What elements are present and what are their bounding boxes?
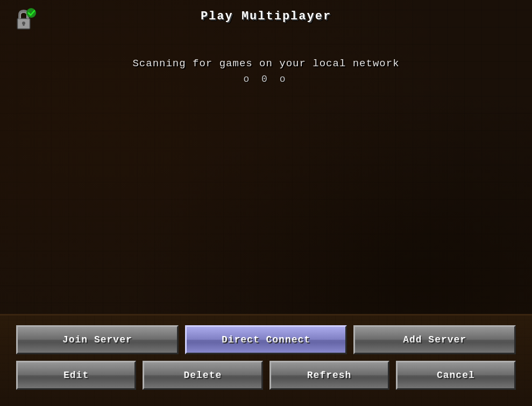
join-server-button[interactable]: Join Server bbox=[16, 325, 179, 354]
edit-button[interactable]: Edit bbox=[16, 361, 136, 390]
main-content: Scanning for games on your local network… bbox=[0, 31, 532, 314]
cancel-button[interactable]: Cancel bbox=[396, 361, 516, 390]
page-title: Play Multiplayer bbox=[201, 10, 331, 23]
add-server-button[interactable]: Add Server bbox=[353, 325, 516, 354]
minecraft-background: Play Multiplayer Scanning for games on y… bbox=[0, 0, 532, 406]
svg-point-4 bbox=[26, 8, 36, 18]
bottom-bar: Join Server Direct Connect Add Server Ed… bbox=[0, 314, 532, 406]
scanning-dots: o 0 o bbox=[243, 74, 288, 85]
button-row-2: Edit Delete Refresh Cancel bbox=[16, 361, 516, 390]
button-row-1: Join Server Direct Connect Add Server bbox=[16, 325, 516, 354]
lock-icon bbox=[10, 6, 38, 34]
direct-connect-button[interactable]: Direct Connect bbox=[185, 325, 347, 354]
title-bar: Play Multiplayer bbox=[0, 0, 532, 31]
delete-button[interactable]: Delete bbox=[143, 361, 263, 390]
svg-rect-3 bbox=[23, 23, 25, 26]
scanning-message: Scanning for games on your local network bbox=[132, 58, 399, 69]
refresh-button[interactable]: Refresh bbox=[269, 361, 389, 390]
